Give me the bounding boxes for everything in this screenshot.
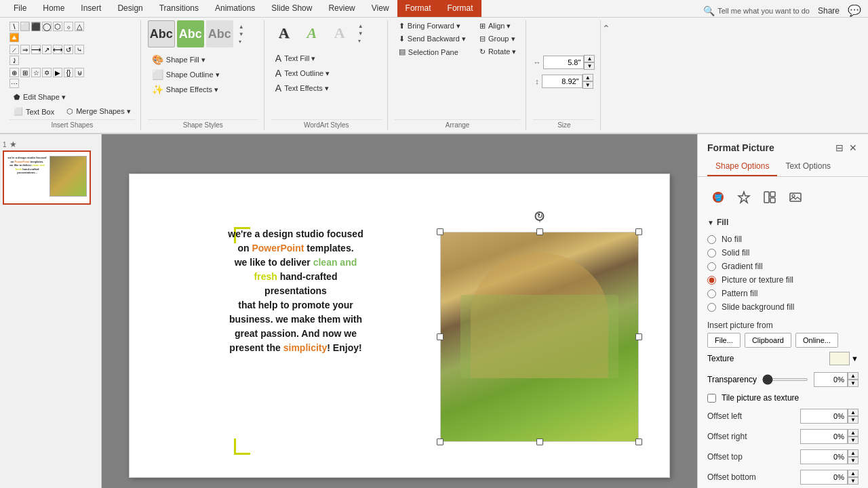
slide-background-option[interactable]: Slide background fill [707, 300, 859, 314]
close-panel-icon[interactable]: ✕ [848, 141, 859, 155]
gradient-fill-radio[interactable] [707, 262, 716, 271]
height-input[interactable] [542, 75, 583, 88]
tab-transitions[interactable]: Transitions [151, 0, 207, 17]
text-effects-button[interactable]: AText Effects ▾ [271, 81, 334, 95]
transparency-slider[interactable] [762, 378, 808, 381]
tab-review[interactable]: Review [320, 0, 363, 17]
handle-tl[interactable] [437, 228, 443, 235]
send-backward-button[interactable]: ⬇Send Backward ▾ [395, 33, 470, 45]
tab-home[interactable]: Home [35, 0, 73, 17]
offset-bottom-input[interactable] [800, 470, 848, 485]
texture-dropdown[interactable]: ▼ [829, 352, 859, 365]
picture-texture-fill-option[interactable]: Picture or texture fill [707, 273, 859, 287]
width-down[interactable]: ▼ [584, 62, 595, 70]
handle-tm[interactable] [536, 228, 543, 235]
image-frame[interactable]: ↻ [440, 232, 639, 442]
text-fill-button[interactable]: AText Fill ▾ [271, 52, 334, 65]
tab-text-options[interactable]: Text Options [777, 159, 839, 176]
rotate-button[interactable]: ↻Rotate ▾ [475, 46, 520, 58]
tab-insert[interactable]: Insert [73, 0, 109, 17]
handle-tr[interactable] [635, 228, 642, 235]
shape-fill-button[interactable]: 🎨Shape Fill ▾ [148, 53, 224, 66]
fill-section-header[interactable]: ▼ Fill [707, 215, 859, 230]
shape-effects-panel-icon[interactable] [733, 186, 755, 208]
height-down[interactable]: ▼ [583, 81, 593, 89]
handle-mr[interactable] [635, 333, 642, 340]
ribbon-collapse-button[interactable]: ⌃ [602, 23, 610, 34]
gradient-fill-option[interactable]: Gradient fill [707, 260, 859, 273]
wordart-scroll[interactable]: ▲ ▼ ▾ [356, 22, 366, 45]
offset-left-up[interactable]: ▲ [848, 409, 859, 416]
width-input[interactable] [543, 56, 584, 69]
offset-top-up[interactable]: ▲ [848, 449, 859, 457]
transparency-input[interactable] [814, 372, 848, 387]
tab-view[interactable]: View [363, 0, 397, 17]
no-fill-radio[interactable] [707, 235, 716, 244]
offset-left-input[interactable] [800, 409, 848, 424]
offset-bottom-up[interactable]: ▲ [848, 470, 859, 477]
tab-design[interactable]: Design [109, 0, 151, 17]
handle-bl[interactable] [437, 439, 443, 445]
shape-effects-button[interactable]: ✨Shape Effects ▾ [148, 83, 224, 96]
solid-fill-radio[interactable] [707, 249, 716, 258]
solid-fill-option[interactable]: Solid fill [707, 246, 859, 260]
slide-text-content[interactable]: we're a design studio focused on PowerPo… [163, 227, 428, 355]
merge-shapes-button[interactable]: ⬡Merge Shapes ▾ [62, 106, 135, 117]
handle-bm[interactable] [536, 439, 543, 445]
tab-format1[interactable]: Format [397, 0, 439, 17]
tab-slideshow[interactable]: Slide Show [263, 0, 320, 17]
collapse-panel-icon[interactable]: ⊟ [834, 141, 845, 155]
texture-dropdown-arrow[interactable]: ▼ [851, 354, 859, 363]
search-placeholder[interactable]: Tell me what you want to do [717, 7, 810, 15]
texture-preview[interactable] [829, 352, 850, 365]
shape-swatch-3[interactable]: Abc [206, 20, 233, 47]
picture-icon[interactable] [785, 186, 806, 208]
width-up[interactable]: ▲ [584, 55, 595, 62]
offset-left-down[interactable]: ▼ [848, 416, 859, 424]
rotate-handle[interactable]: ↻ [535, 211, 545, 221]
tile-checkbox-row[interactable]: Tile picture as texture [707, 390, 859, 406]
text-box-button[interactable]: ⬜Text Box [9, 106, 58, 117]
text-outline-button[interactable]: AText Outline ▾ [271, 66, 334, 80]
file-button[interactable]: File... [707, 333, 741, 348]
transparency-down[interactable]: ▼ [848, 380, 859, 387]
offset-top-input[interactable] [800, 449, 848, 464]
height-up[interactable]: ▲ [583, 74, 593, 81]
wordart-swatch-3[interactable]: A [327, 20, 353, 46]
fill-effects-icon[interactable]: 🪣 [707, 186, 729, 208]
layout-icon[interactable] [759, 186, 781, 208]
pattern-fill-option[interactable]: Pattern fill [707, 287, 859, 300]
pattern-fill-radio[interactable] [707, 289, 716, 298]
offset-bottom-down[interactable]: ▼ [848, 477, 859, 485]
bring-forward-button[interactable]: ⬆Bring Forward ▾ [395, 20, 470, 32]
tab-file[interactable]: File [5, 0, 35, 17]
handle-br[interactable] [635, 439, 642, 445]
wordart-swatch-1[interactable]: A [271, 20, 297, 46]
picture-texture-radio[interactable] [707, 276, 716, 285]
tile-checkbox[interactable] [707, 394, 716, 403]
online-button[interactable]: Online... [795, 333, 838, 348]
slide-background-radio[interactable] [707, 303, 716, 312]
shape-outline-button[interactable]: ⬜Shape Outline ▾ [148, 68, 224, 81]
clipboard-button[interactable]: Clipboard [745, 333, 791, 348]
handle-ml[interactable] [437, 333, 443, 340]
shape-swatch-2[interactable]: Abc [177, 20, 204, 47]
no-fill-option[interactable]: No fill [707, 232, 859, 246]
offset-top-down[interactable]: ▼ [848, 457, 859, 464]
offset-right-down[interactable]: ▼ [848, 436, 859, 444]
tab-format2[interactable]: Format [439, 0, 481, 17]
share-button[interactable]: Share [818, 6, 840, 16]
shape-swatch-1[interactable]: Abc [148, 20, 175, 47]
transparency-up[interactable]: ▲ [848, 372, 859, 380]
tab-shape-options[interactable]: Shape Options [707, 159, 777, 176]
offset-right-up[interactable]: ▲ [848, 429, 859, 436]
selection-pane-button[interactable]: ▤Selection Pane [395, 46, 470, 58]
wordart-swatch-2[interactable]: A [299, 20, 325, 46]
edit-shape-button[interactable]: ⬟Edit Shape ▾ [9, 92, 70, 103]
slide-canvas[interactable]: we're a design studio focused on PowerPo… [129, 174, 670, 478]
tab-animations[interactable]: Animations [207, 0, 263, 17]
swatch-scroll[interactable]: ▲ ▼ ▾ [237, 23, 246, 45]
align-button[interactable]: ⊞Align ▾ [475, 20, 520, 32]
group-button[interactable]: ⊟Group ▾ [475, 33, 520, 45]
slide-thumbnail[interactable]: we're a design studio focused on PowerPo… [3, 150, 91, 205]
